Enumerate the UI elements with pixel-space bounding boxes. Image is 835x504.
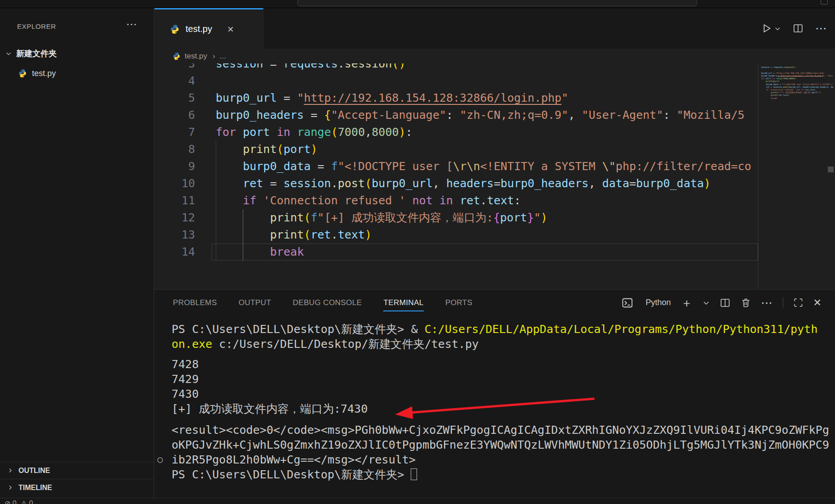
tab-testpy[interactable]: test.py ×	[154, 8, 263, 49]
chevron-right-icon	[7, 468, 13, 473]
code-line: break	[216, 243, 304, 261]
line-number: 11	[154, 192, 195, 209]
folder-name: 新建文件夹	[16, 48, 57, 59]
vscode-window: EXPLORER ⋯ 新建文件夹 test.py OUTLINE TIMELIN…	[0, 0, 835, 504]
column-ruler	[758, 63, 758, 289]
split-editor-icon[interactable]	[793, 23, 803, 34]
problems-status-item[interactable]: ⊘ 0 ⚠ 0	[5, 499, 33, 504]
line-number: 12	[154, 209, 195, 226]
title-bar	[0, 0, 835, 8]
code-editor[interactable]: 3session = requests.session()45burp0_url…	[154, 63, 835, 289]
line-number: 10	[154, 175, 195, 192]
terminal-content[interactable]: PS C:\Users\DELL\Desktop\新建文件夹> & C:/Use…	[154, 290, 835, 498]
python-icon	[172, 52, 181, 60]
explorer-title: EXPLORER	[17, 22, 56, 30]
python-icon	[18, 69, 27, 78]
command-decoration-circle-icon[interactable]	[157, 457, 163, 463]
command-center-search-box[interactable]	[297, 0, 697, 6]
sidebar-item-folder[interactable]: 新建文件夹	[0, 46, 154, 61]
chevron-right-icon	[7, 485, 13, 490]
breadcrumb-symbol[interactable]: ...	[220, 52, 226, 61]
line-number: 5	[154, 90, 195, 107]
terminal-line: <result><code>0</code><msg>PGh0bWw+CjxoZ…	[172, 423, 829, 437]
breadcrumb-file[interactable]: test.py	[185, 52, 207, 61]
terminal-line: [+] 成功读取文件内容，端口为:7430	[172, 401, 368, 416]
tab-bar: test.py × ⋯	[154, 8, 835, 49]
terminal-line: on.exe c:/Users/DELL/Desktop/新建文件夹/test.…	[172, 337, 479, 351]
terminal-line: 7428	[172, 357, 199, 372]
bottom-panel: PROBLEMSOUTPUTDEBUG CONSOLETERMINALPORTS…	[154, 289, 835, 498]
minimap-line: break	[761, 97, 833, 100]
minimap[interactable]: import requests session = requests.sessi…	[761, 63, 833, 110]
tab-close-icon[interactable]: ×	[227, 23, 234, 36]
line-number: 13	[154, 226, 195, 243]
line-number: 9	[154, 158, 195, 175]
tab-label: test.py	[186, 24, 212, 34]
chevron-down-icon	[5, 50, 12, 57]
python-icon	[170, 24, 180, 34]
code-line: for port in range(7000,8000):	[216, 124, 413, 141]
run-dropdown-chevron-icon[interactable]	[774, 25, 781, 32]
breadcrumb[interactable]: test.py › ...	[154, 49, 835, 63]
status-bar: ⊘ 0 ⚠ 0	[0, 498, 835, 504]
code-line: burp0_url = "http://192.168.154.128:3286…	[216, 90, 568, 107]
terminal-line: oKPGJvZHk+CjwhLS0gZmxhZ19oZXJlIC0tPgpmbG…	[172, 437, 829, 452]
line-number: 6	[154, 107, 195, 124]
run-button[interactable]	[761, 22, 772, 34]
outline-label: OUTLINE	[18, 467, 50, 475]
timeline-label: TIMELINE	[18, 484, 52, 492]
code-line: print(f"[+] 成功读取文件内容，端口为:{port}")	[216, 209, 548, 226]
explorer-sidebar: EXPLORER ⋯ 新建文件夹 test.py OUTLINE TIMELIN…	[0, 8, 154, 498]
sidebar-item-file[interactable]: test.py	[0, 66, 154, 81]
terminal-cursor	[411, 468, 417, 480]
terminal-line: ib2R5Pgo8L2h0bWw+Cg==</msg></result>	[172, 452, 416, 467]
line-number: 7	[154, 124, 195, 141]
sidebar-section-timeline[interactable]: TIMELINE	[0, 479, 154, 496]
editor-group: test.py × ⋯ test.py › ... 3sessio	[154, 8, 835, 498]
code-line: burp0_data = f"<!DOCTYPE user [\r\n<!ENT…	[216, 158, 751, 175]
code-line: burp0_headers = {"Accept-Language": "zh-…	[216, 107, 744, 124]
code-line: if 'Connection refused ' not in ret.text…	[216, 192, 521, 209]
code-line: print(ret.text)	[216, 226, 372, 243]
line-number: 3	[154, 63, 195, 72]
code-line: print(port)	[216, 141, 318, 158]
overview-ruler-marker	[828, 166, 834, 172]
terminal-line: PS C:\Users\DELL\Desktop\新建文件夹>	[172, 467, 417, 482]
terminal-line: 7430	[172, 387, 199, 401]
code-line: ret = session.post(burp0_url, headers=bu…	[216, 175, 711, 192]
terminal-line: PS C:\Users\DELL\Desktop\新建文件夹> & C:/Use…	[172, 322, 817, 337]
sidebar-section-outline[interactable]: OUTLINE	[0, 462, 154, 479]
line-number: 8	[154, 141, 195, 158]
terminal-line: 7429	[172, 372, 199, 387]
file-name: test.py	[32, 69, 56, 78]
layout-icon[interactable]	[821, 0, 828, 4]
editor-actions: ⋯	[761, 8, 827, 49]
code-line: session = requests.session()	[216, 63, 406, 72]
explorer-more-actions-icon[interactable]: ⋯	[126, 18, 137, 31]
line-number: 14	[154, 243, 195, 261]
breadcrumb-separator: ›	[213, 52, 215, 61]
line-number: 4	[154, 72, 195, 90]
more-actions-icon[interactable]: ⋯	[815, 22, 827, 34]
